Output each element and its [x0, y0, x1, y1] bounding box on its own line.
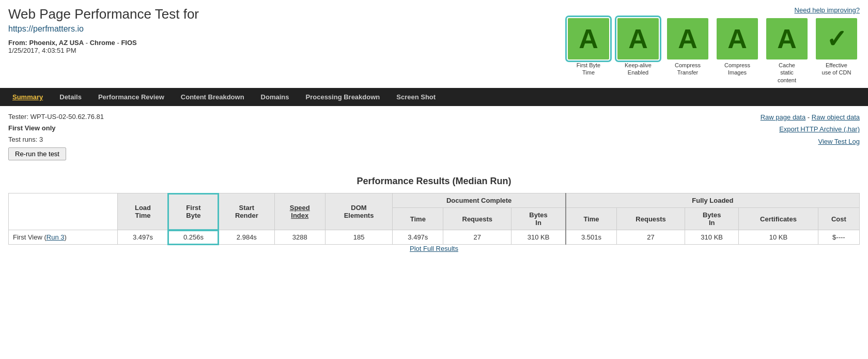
raw-object-data-link[interactable]: Raw object data [812, 113, 860, 121]
nav-processing-breakdown[interactable]: Processing Breakdown [298, 88, 389, 106]
top-section: Web Page Performance Test for https://pe… [0, 0, 868, 88]
th-load-time: LoadTime [118, 193, 168, 230]
row-label-first-view: First View (Run 3) [9, 230, 118, 245]
grade-label-keepalive: Keep-aliveEnabled [625, 62, 652, 77]
view-test-log-container: View Test Log [761, 136, 860, 147]
nav-details[interactable]: Details [51, 88, 90, 106]
raw-page-data-link[interactable]: Raw page data [761, 113, 805, 121]
test-runs-info: Test runs: 3 [8, 134, 104, 145]
from-value: Phoenix, AZ USA - Chrome - FIOS [29, 39, 136, 47]
tester-label: Tester: [8, 113, 28, 121]
grade-cache[interactable]: A Cachestaticcontent [764, 18, 810, 84]
table-row: First View (Run 3) 3.497s 0.256s 2.984s … [9, 230, 860, 245]
th-speed-index: SpeedIndex [274, 193, 325, 230]
grade-box-keepalive: A [617, 18, 659, 59]
plot-results-container: Plot Full Results [8, 245, 860, 258]
th-start-render: StartRender [219, 193, 274, 230]
th-empty [9, 193, 118, 230]
cell-cost: $---- [818, 230, 859, 245]
results-table-wrapper: LoadTime FirstByte StartRender SpeedInde… [0, 193, 868, 268]
test-runs-label: Test runs: [8, 136, 37, 143]
th-certificates: Certificates [739, 208, 818, 230]
th-dc-requests: Requests [443, 208, 512, 230]
nav-screen-shot[interactable]: Screen Shot [388, 88, 444, 106]
grade-compress-images[interactable]: A CompressImages [714, 18, 761, 77]
cell-certificates: 10 KB [739, 230, 818, 245]
grades-row: A First ByteTime A Keep-aliveEnabled A C… [565, 18, 860, 84]
grade-box-compress-transfer: A [667, 18, 708, 59]
plot-full-results-link[interactable]: Plot Full Results [410, 245, 458, 252]
grade-first-byte[interactable]: A First ByteTime [565, 18, 612, 77]
site-url[interactable]: https://perfmatters.io [8, 24, 84, 33]
cell-load-time: 3.497s [118, 230, 168, 245]
th-fl-bytes-in: BytesIn [685, 208, 739, 230]
grade-box-first-byte: A [568, 18, 609, 59]
title-block: Web Page Performance Test for https://pe… [8, 6, 199, 54]
grade-label-compress-images: CompressImages [724, 62, 750, 77]
from-info: From: Phoenix, AZ USA - Chrome - FIOS [8, 39, 199, 47]
grade-box-cache: A [766, 18, 808, 59]
info-section: Tester: WPT-US-02-50.62.76.81 First View… [0, 106, 868, 166]
tester-info: Tester: WPT-US-02-50.62.76.81 [8, 111, 104, 123]
th-dom-elements: DOMElements [325, 193, 393, 230]
cell-dc-bytes-in: 310 KB [512, 230, 566, 245]
from-label: From: [8, 39, 27, 47]
cell-dc-requests: 27 [443, 230, 512, 245]
cell-dc-time: 3.497s [393, 230, 443, 245]
grade-label-first-byte: First ByteTime [577, 62, 600, 77]
cell-fl-bytes-in: 310 KB [685, 230, 739, 245]
grade-box-compress-images: A [717, 18, 758, 59]
th-document-complete: Document Complete [393, 193, 566, 208]
th-fl-time: Time [566, 208, 617, 230]
th-fully-loaded: Fully Loaded [566, 193, 860, 208]
th-cost: Cost [818, 208, 859, 230]
navigation-bar: Summary Details Performance Review Conte… [0, 88, 868, 106]
nav-domains[interactable]: Domains [253, 88, 298, 106]
run-link[interactable]: Run 3 [47, 233, 65, 241]
th-first-byte: FirstByte [168, 193, 219, 230]
grade-label-cdn: Effectiveuse of CDN [822, 62, 851, 77]
grade-keepalive[interactable]: A Keep-aliveEnabled [615, 18, 661, 77]
results-title: Performance Results (Median Run) [0, 176, 868, 187]
rerun-button[interactable]: Re-run the test [8, 147, 66, 160]
performance-table: LoadTime FirstByte StartRender SpeedInde… [8, 193, 860, 245]
grade-compress-transfer[interactable]: A CompressTransfer [664, 18, 711, 77]
grade-box-cdn: ✓ [816, 18, 857, 59]
tester-value: WPT-US-02-50.62.76.81 [30, 113, 104, 121]
nav-summary[interactable]: Summary [4, 88, 51, 106]
test-runs-value: 3 [39, 136, 43, 143]
nav-content-breakdown[interactable]: Content Breakdown [173, 88, 253, 106]
th-fl-requests: Requests [617, 208, 685, 230]
speed-index-link[interactable]: SpeedIndex [290, 204, 310, 219]
first-view-label: First View only [8, 123, 104, 134]
info-right: Raw page data - Raw object data Export H… [761, 111, 860, 147]
page-title: Web Page Performance Test for [8, 6, 199, 22]
test-date: 1/25/2017, 4:03:51 PM [8, 47, 199, 54]
cell-dom-elements: 185 [325, 230, 393, 245]
cell-fl-requests: 27 [617, 230, 685, 245]
nav-performance-review[interactable]: Performance Review [90, 88, 173, 106]
grade-label-cache: Cachestaticcontent [778, 62, 796, 84]
grades-section: Need help improving? A First ByteTime A … [565, 6, 860, 84]
cell-first-byte: 0.256s [168, 230, 219, 245]
info-left: Tester: WPT-US-02-50.62.76.81 First View… [8, 111, 104, 160]
export-har-link-container: Export HTTP Archive (.har) [761, 123, 860, 135]
th-dc-bytes-in: BytesIn [512, 208, 566, 230]
cell-speed-index: 3288 [274, 230, 325, 245]
grade-cdn[interactable]: ✓ Effectiveuse of CDN [813, 18, 860, 77]
cell-start-render: 2.984s [219, 230, 274, 245]
cell-fl-time: 3.501s [566, 230, 617, 245]
th-dc-time: Time [393, 208, 443, 230]
need-help-link[interactable]: Need help improving? [795, 6, 860, 14]
view-test-log-link[interactable]: View Test Log [818, 138, 860, 145]
raw-data-links: Raw page data - Raw object data [761, 111, 860, 123]
grade-label-compress-transfer: CompressTransfer [675, 62, 701, 77]
export-har-link[interactable]: Export HTTP Archive (.har) [779, 125, 860, 133]
